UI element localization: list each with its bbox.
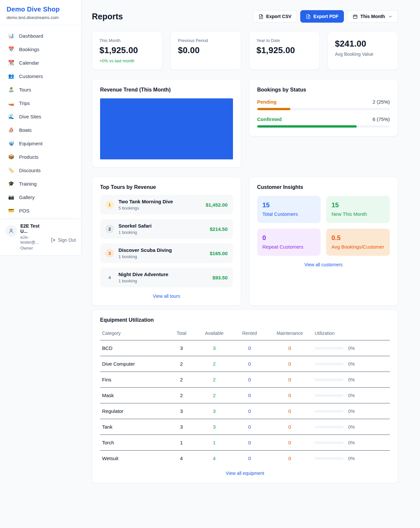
status-value: 2 (25%)	[372, 99, 390, 105]
sign-out-button[interactable]: Sign Out	[51, 229, 76, 251]
cell-available: 2	[196, 356, 232, 372]
cell-utilization: 0%	[348, 361, 355, 367]
sidebar-item-training[interactable]: 🎓 Training	[4, 178, 77, 189]
cell-rented: 0	[232, 372, 267, 388]
sidebar-item-customers[interactable]: 👥 Customers	[4, 71, 77, 82]
sidebar-item-label: Dive Sites	[19, 114, 41, 119]
cell-total: 3	[167, 419, 196, 435]
cell-rented: 0	[232, 388, 267, 403]
sidebar-item-tours[interactable]: 🏝️ Tours	[4, 84, 77, 95]
status-row-pending: Pending 2 (25%)	[257, 99, 390, 110]
cell-total: 1	[167, 435, 196, 451]
page-title: Reports	[92, 12, 123, 21]
insights-row: Top Tours by Revenue 1 Two Tank Morning …	[92, 177, 398, 306]
bookings-by-status-card: Bookings by Status Pending 2 (25%) Confi…	[249, 79, 398, 136]
cell-total: 2	[167, 372, 196, 388]
tour-list-item[interactable]: 2 Snorkel Safari 1 booking $214.50	[100, 219, 233, 239]
revenue-trend-card: Revenue Trend (This Month)	[92, 79, 241, 168]
stat-value: $1,925.00	[99, 45, 155, 55]
sidebar-item-equipment[interactable]: 🤿 Equipment	[4, 138, 77, 149]
revenue-trend-chart	[100, 98, 233, 159]
tour-name: Two Tank Morning Dive	[118, 199, 173, 204]
tile-value: 15	[262, 201, 316, 209]
cell-maintenance: 0	[267, 403, 313, 419]
tile-label: Repeat Customers	[262, 244, 316, 250]
sidebar-item-gallery[interactable]: 📷 Gallery	[4, 192, 77, 203]
sidebar-header: Demo Dive Shop demo.test.divestreams.com	[0, 0, 81, 25]
sidebar-item-bookings[interactable]: 📅 Bookings	[4, 44, 77, 55]
cell-maintenance: 0	[267, 435, 313, 451]
sidebar-item-dashboard[interactable]: 📊 Dashboard	[4, 30, 77, 41]
tour-name: Night Dive Adventure	[118, 272, 168, 277]
tile-label: Total Customers	[262, 211, 316, 217]
sidebar-item-trips[interactable]: 🚤 Trips	[4, 97, 77, 109]
table-row: Regulator 3 3 0 0 0%	[100, 403, 390, 419]
cell-category: Mask	[100, 388, 167, 403]
view-all-customers-link[interactable]: View all customers	[257, 262, 390, 267]
progress-fill	[257, 108, 290, 110]
cell-available: 4	[196, 451, 232, 465]
rank-badge: 2	[105, 225, 114, 233]
sidebar-item-products[interactable]: 📦 Products	[4, 151, 77, 162]
sign-out-label: Sign Out	[58, 237, 76, 243]
column-header-rented: Rented	[232, 327, 267, 340]
export-pdf-button[interactable]: Export PDF	[300, 10, 344, 23]
view-all-tours-link[interactable]: View all tours	[100, 294, 233, 299]
table-row: Tank 3 3 0 0 0%	[100, 419, 390, 435]
view-all-equipment-link[interactable]: View all equipment	[100, 471, 390, 476]
cell-category: Torch	[100, 435, 167, 451]
cell-utilization: 0%	[348, 377, 355, 382]
revenue-trend-title: Revenue Trend (This Month)	[100, 87, 233, 93]
user-name: E2E Test U...	[20, 223, 47, 234]
stat-label: Previous Period	[178, 38, 233, 43]
stat-label: Avg Booking Value	[335, 51, 390, 57]
customer-insights-title: Customer Insights	[257, 184, 390, 190]
tile-value: 0.5	[331, 234, 385, 242]
customer-insights-card: Customer Insights 15 Total Customers 15 …	[249, 177, 398, 306]
tour-list-item[interactable]: 3 Discover Scuba Diving 1 booking $165.0…	[100, 243, 233, 263]
period-dropdown[interactable]: This Month	[347, 10, 398, 23]
table-row: Dive Computer 2 2 0 0 0%	[100, 356, 390, 372]
utilization-bar	[315, 441, 344, 444]
sidebar-item-pos[interactable]: 💳 POS	[4, 205, 77, 216]
cell-utilization: 0%	[348, 346, 355, 351]
cell-category: Dive Computer	[100, 356, 167, 372]
bookings-calendar-icon: 📅	[8, 46, 14, 52]
stat-delta: +0% vs last month	[99, 58, 155, 63]
sidebar-item-label: Bookings	[19, 47, 39, 52]
cell-total: 4	[167, 451, 196, 465]
speedboat-icon: 🚤	[8, 100, 14, 106]
utilization-bar	[315, 378, 344, 381]
stat-card-avg-booking-value: $241.00 Avg Booking Value	[327, 31, 398, 70]
export-pdf-label: Export PDF	[313, 14, 338, 19]
sidebar-item-boats[interactable]: ⛵ Boats	[4, 124, 77, 135]
tour-list-item[interactable]: 1 Two Tank Morning Dive 5 bookings $1,45…	[100, 195, 233, 214]
cell-maintenance: 0	[267, 340, 313, 356]
cell-maintenance: 0	[267, 419, 313, 435]
utilization-bar	[315, 457, 344, 460]
progress-fill	[257, 125, 357, 128]
cell-total: 2	[167, 388, 196, 403]
tour-list-item[interactable]: 4 Night Dive Adventure 1 booking $93.50	[100, 268, 233, 287]
sailboat-icon: ⛵	[8, 127, 14, 133]
stat-card-this-month: This Month $1,925.00 +0% vs last month	[92, 31, 162, 70]
sidebar: Demo Dive Shop demo.test.divestreams.com…	[0, 0, 81, 255]
sidebar-item-discounts[interactable]: 🏷️ Discounts	[4, 165, 77, 176]
stat-value: $241.00	[335, 39, 390, 49]
tour-bookings: 1 booking	[118, 254, 172, 259]
cell-available: 2	[196, 372, 232, 388]
chevron-down-icon	[388, 14, 392, 19]
export-csv-button[interactable]: Export CSV	[253, 10, 297, 23]
cell-rented: 0	[232, 340, 267, 356]
stat-card-previous-period: Previous Period $0.00	[170, 31, 241, 70]
equipment-utilization-title: Equipment Utilization	[100, 317, 390, 323]
rank-badge: 4	[105, 273, 114, 282]
sidebar-item-label: Boats	[19, 127, 32, 133]
cell-rented: 0	[232, 435, 267, 451]
sidebar-item-calendar[interactable]: 📆 Calendar	[4, 57, 77, 68]
sidebar-item-dive-sites[interactable]: 🌊 Dive Sites	[4, 111, 77, 122]
cell-maintenance: 0	[267, 451, 313, 465]
column-header-utilization: Utilization	[313, 327, 390, 340]
camera-icon: 📷	[8, 194, 14, 200]
sidebar-item-label: Trips	[19, 100, 30, 106]
